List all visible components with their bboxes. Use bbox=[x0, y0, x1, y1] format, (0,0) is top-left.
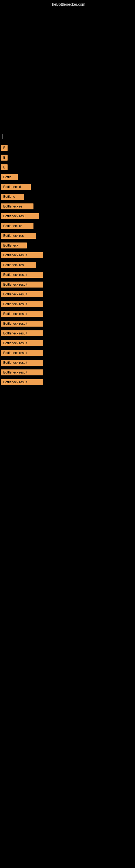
bottleneck-result-badge: Bottleneck result bbox=[1, 360, 43, 366]
bottleneck-result-badge: Bottleneck d bbox=[1, 184, 31, 190]
top-black-area bbox=[0, 9, 135, 139]
bottleneck-items-container: BEBBottleBottleneck dBottleneBottleneck … bbox=[0, 144, 135, 388]
bottleneck-result-badge: Bottleneck res bbox=[1, 233, 36, 239]
list-item: Bottleneck result bbox=[1, 319, 135, 329]
list-item: Bottlene bbox=[1, 193, 135, 203]
bottleneck-result-badge: Bottleneck re bbox=[1, 204, 34, 209]
bottleneck-result-badge: B bbox=[1, 164, 8, 170]
list-item: Bottleneck resu bbox=[1, 212, 135, 222]
bottleneck-result-badge: B bbox=[1, 145, 8, 151]
bottleneck-result-badge: Bottleneck re bbox=[1, 223, 34, 229]
list-item: Bottleneck res bbox=[1, 261, 135, 271]
list-item: Bottleneck result bbox=[1, 378, 135, 388]
bottleneck-result-badge: Bottleneck result bbox=[1, 282, 43, 287]
bottleneck-result-badge: Bottleneck result bbox=[1, 321, 43, 327]
list-item: Bottleneck re bbox=[1, 222, 135, 231]
list-item: Bottleneck result bbox=[1, 300, 135, 310]
list-item: Bottle bbox=[1, 173, 135, 183]
list-item: Bottleneck res bbox=[1, 231, 135, 241]
bottleneck-result-badge: Bottleneck result bbox=[1, 252, 43, 258]
bottleneck-result-badge: Bottleneck bbox=[1, 243, 27, 248]
bottleneck-result-badge: Bottlene bbox=[1, 194, 24, 199]
list-item: Bottleneck result bbox=[1, 280, 135, 290]
list-item: Bottleneck bbox=[1, 241, 135, 251]
list-item: Bottleneck re bbox=[1, 203, 135, 212]
list-item: Bottleneck result bbox=[1, 339, 135, 349]
list-item: Bottleneck result bbox=[1, 271, 135, 280]
site-title: TheBottlenecker.com bbox=[0, 0, 135, 9]
bottleneck-result-badge: Bottleneck result bbox=[1, 330, 43, 336]
bottleneck-result-badge: Bottleneck result bbox=[1, 340, 43, 346]
bottleneck-result-badge: Bottleneck result bbox=[1, 379, 43, 385]
bottleneck-result-badge: Bottleneck result bbox=[1, 291, 43, 297]
bottleneck-result-badge: Bottle bbox=[1, 174, 18, 180]
list-item: Bottleneck result bbox=[1, 368, 135, 378]
list-item: Bottleneck result bbox=[1, 329, 135, 339]
list-item: B bbox=[1, 144, 135, 154]
bottleneck-result-badge: Bottleneck result bbox=[1, 272, 43, 278]
bottleneck-result-badge: Bottleneck result bbox=[1, 350, 43, 356]
bottleneck-result-badge: Bottleneck result bbox=[1, 369, 43, 375]
cursor-indicator: | bbox=[2, 133, 4, 139]
list-item: Bottleneck result bbox=[1, 359, 135, 368]
bottleneck-result-badge: Bottleneck res bbox=[1, 262, 36, 268]
list-item: Bottleneck result bbox=[1, 290, 135, 300]
list-item: Bottleneck result bbox=[1, 349, 135, 359]
list-item: Bottleneck d bbox=[1, 183, 135, 193]
list-item: Bottleneck result bbox=[1, 251, 135, 261]
bottleneck-result-badge: Bottleneck result bbox=[1, 311, 43, 317]
bottleneck-result-badge: Bottleneck result bbox=[1, 301, 43, 307]
bottleneck-result-badge: E bbox=[1, 155, 8, 161]
list-item: Bottleneck result bbox=[1, 310, 135, 319]
list-item: B bbox=[1, 163, 135, 173]
bottleneck-result-badge: Bottleneck resu bbox=[1, 213, 39, 219]
list-item: E bbox=[1, 154, 135, 163]
